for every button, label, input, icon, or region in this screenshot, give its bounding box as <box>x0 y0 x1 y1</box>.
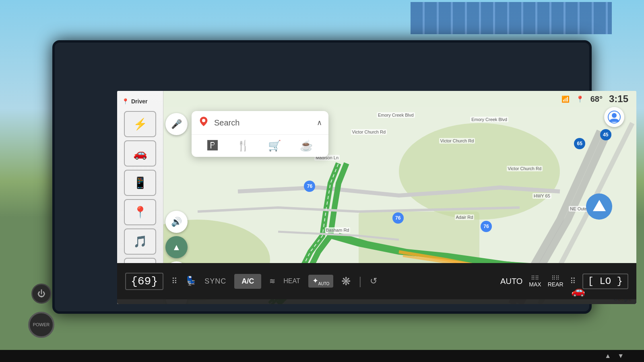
map-label-basham: Basham Rd <box>325 227 350 233</box>
mic-icon: 🎤 <box>171 119 182 130</box>
fan-icon: ❋ <box>341 275 351 288</box>
arrow-down-button[interactable]: ▼ <box>617 352 624 360</box>
search-categories: 🅿 🍴 🛒 ☕ <box>192 135 328 157</box>
music-icon: 🎵 <box>133 235 147 248</box>
search-panel: Search ∧ 🅿 🍴 🛒 ☕ <box>192 111 328 157</box>
map-label-emory2: Emory Creek Blvd <box>470 117 508 122</box>
svg-point-4 <box>202 119 205 122</box>
driver-location-icon: 📍 <box>122 98 129 105</box>
sidebar-item-phone[interactable]: 📱 <box>124 170 156 196</box>
auto-mode-icon: ✦AUTO <box>308 275 334 288</box>
sidebar-item-car[interactable]: 🚗 <box>124 140 156 167</box>
restaurant-icon: 🍴 <box>237 140 250 152</box>
search-collapse-button[interactable]: ∧ <box>317 118 322 127</box>
svg-point-5 <box>612 113 617 118</box>
user-account-button[interactable] <box>604 107 624 127</box>
car-rear-icon: 🚗 <box>571 284 585 297</box>
map-label-victor-church-3: Victor Church Rd <box>507 166 543 171</box>
map-label-victor-church-1: Victor Church Rd <box>351 129 387 135</box>
pin-icon: 📍 <box>133 206 147 219</box>
seat-icon: 💺 <box>186 276 196 286</box>
search-category-restaurants[interactable]: 🍴 <box>237 140 250 152</box>
climate-right-controls: AUTO ⠿⠿ MAX ⠿⠿ REAR ⠿ [ LO } <box>500 274 628 289</box>
route-shield-76-2: 76 <box>392 212 404 224</box>
search-category-shopping[interactable]: 🛒 <box>268 140 281 152</box>
right-temperature-display: [ LO } <box>582 274 628 289</box>
shopping-icon: 🛒 <box>268 140 281 152</box>
climate-bar: {69} ⠿ 💺 SYNC A/C ≋ HEAT ✦AUTO ❋ | ↺ AUT… <box>117 263 636 299</box>
sync-label: SYNC <box>204 277 226 286</box>
map-label-hwy65: HWY 65 <box>533 193 551 199</box>
rear-control: ⠿⠿ REAR <box>548 275 564 288</box>
bottom-controls: ▲ ▼ <box>0 350 644 362</box>
knob-label: POWER <box>33 322 50 327</box>
navigate-button[interactable]: ▲ <box>165 236 188 258</box>
heat-icon: ≋ <box>269 277 275 286</box>
route-shield-76-1: 76 <box>304 181 315 192</box>
search-input[interactable]: Search <box>214 118 312 128</box>
google-maps-logo <box>198 116 209 130</box>
lightning-icon: ⚡ <box>133 117 147 131</box>
time-display: 3:15 <box>609 93 628 105</box>
navigate-icon: ▲ <box>172 242 181 253</box>
navigation-arrow <box>593 200 606 211</box>
sidebar-item-music[interactable]: 🎵 <box>124 228 156 255</box>
parking-icon: 🅿 <box>207 140 218 152</box>
ac-button[interactable]: A/C <box>234 274 261 289</box>
volume-button[interactable]: 🔊 <box>165 211 188 233</box>
wifi-icon: 📶 <box>561 95 570 103</box>
route-shield-65: 65 <box>574 138 585 149</box>
arrow-up-button[interactable]: ▲ <box>605 352 611 360</box>
route-shield-45: 45 <box>600 129 611 140</box>
phone-icon: 📱 <box>133 176 147 189</box>
mic-button[interactable]: 🎤 <box>165 113 188 135</box>
divider-1: | <box>359 275 361 288</box>
driver-label: Driver <box>131 98 147 105</box>
power-button[interactable]: ⏻ <box>31 284 52 304</box>
search-header: Search ∧ <box>192 111 328 135</box>
max-control: ⠿⠿ MAX <box>529 275 541 288</box>
car-view-icon: 🚗 <box>133 147 147 160</box>
heat-label: HEAT <box>283 278 300 285</box>
map-label-emory: Emory Creek Blvd <box>377 112 415 118</box>
power-area: ⏻ POWER <box>28 284 54 338</box>
search-category-coffee[interactable]: ☕ <box>300 140 313 152</box>
recirculate-icon: ↺ <box>370 276 377 286</box>
svg-point-2 <box>399 123 560 220</box>
background-building <box>411 2 612 34</box>
driver-label-area: 📍 Driver <box>117 95 163 108</box>
auto-label: AUTO <box>500 277 522 286</box>
map-label-adair: Adair Rd <box>455 214 475 220</box>
user-icon <box>608 111 621 123</box>
left-temperature-display: {69} <box>125 273 163 290</box>
sidebar-item-location[interactable]: 📍 <box>124 199 156 225</box>
power-icon: ⏻ <box>37 289 45 298</box>
map-label-victor-church-2: Victor Church Rd <box>439 138 475 144</box>
car-icon-area: 🚗 <box>571 284 585 297</box>
coffee-icon: ☕ <box>300 140 313 152</box>
seat-dots-icon: ⠿ <box>171 276 178 286</box>
current-location-button[interactable] <box>586 193 612 220</box>
temperature-display: 68° <box>590 95 603 104</box>
volume-knob[interactable]: POWER <box>28 312 54 338</box>
car-frame: Victor Church Rd Victor Church Rd Adair … <box>52 40 592 314</box>
volume-icon: 🔊 <box>171 217 182 227</box>
status-bar: 📶 📍 68° 3:15 <box>117 91 636 107</box>
location-status-icon: 📍 <box>576 95 584 103</box>
sidebar-item-lightning[interactable]: ⚡ <box>124 111 156 137</box>
search-category-parking[interactable]: 🅿 <box>207 140 218 152</box>
